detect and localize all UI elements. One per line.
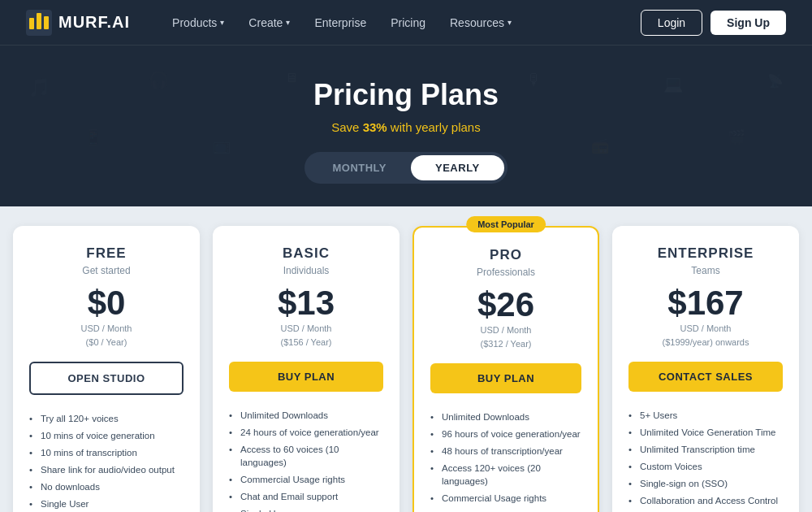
page-title: Pricing Plans (16, 78, 796, 112)
free-plan-subtitle: Get started (29, 265, 184, 276)
list-item: Access 120+ voices (20 languages) (430, 459, 581, 489)
list-item: 48 hours of transcription/year (430, 442, 581, 459)
list-item: Recorded voice editing (430, 507, 581, 512)
list-item: Chat and Email support (229, 488, 383, 505)
basic-plan-features: Unlimited Downloads 24 hours of voice ge… (229, 406, 383, 512)
list-item: No downloads (29, 478, 184, 495)
list-item: 24 hours of voice generation/year (229, 423, 383, 440)
enterprise-plan-period: USD / Month ($1999/year) onwards (628, 322, 783, 349)
yearly-toggle[interactable]: YEARLY (411, 155, 504, 180)
free-plan-price: $0 (29, 286, 184, 320)
list-item: Dedicated Account Representative (628, 510, 783, 512)
nav-actions: Login Sign Up (641, 10, 786, 36)
pro-plan-name: PRO (430, 247, 581, 263)
list-item: Collaboration and Access Control (628, 492, 783, 509)
hero-content: Pricing Plans Save 33% with yearly plans… (16, 78, 796, 184)
svg-rect-1 (29, 18, 34, 29)
list-item: 5+ Users (628, 406, 783, 423)
list-item: Custom Voices (628, 458, 783, 475)
list-item: Commercial Usage rights (229, 471, 383, 488)
most-popular-badge: Most Popular (466, 216, 546, 232)
nav-products[interactable]: Products ▾ (162, 11, 234, 34)
free-plan-features: Try all 120+ voices 10 mins of voice gen… (29, 410, 184, 512)
monthly-toggle[interactable]: MONTHLY (308, 155, 411, 180)
pro-plan-subtitle: Professionals (430, 267, 581, 278)
list-item: 10 mins of voice generation (29, 427, 184, 444)
list-item: Single User (29, 495, 184, 512)
free-plan-name: FREE (29, 245, 184, 262)
nav-pricing[interactable]: Pricing (381, 11, 435, 34)
list-item: Single-sign on (SSO) (628, 475, 783, 492)
resources-chevron-icon: ▾ (508, 18, 512, 27)
pricing-section: FREE Get started $0 USD / Month ($0 / Ye… (0, 206, 812, 512)
hero-subtitle: Save 33% with yearly plans (16, 120, 796, 134)
billing-toggle: MONTHLY YEARLY (304, 152, 507, 184)
list-item: Unlimited Downloads (229, 406, 383, 423)
login-button[interactable]: Login (641, 10, 702, 36)
free-plan-cta[interactable]: OPEN STUDIO (29, 362, 184, 395)
list-item: Try all 120+ voices (29, 410, 184, 427)
svg-rect-3 (44, 16, 49, 29)
logo-text: MURF.AI (58, 13, 130, 32)
list-item: Unlimited Voice Generation Time (628, 423, 783, 440)
logo[interactable]: MURF.AI (26, 10, 130, 36)
pro-plan-features: Unlimited Downloads 96 hours of voice ge… (430, 408, 581, 512)
nav-enterprise[interactable]: Enterprise (304, 11, 376, 34)
signup-button[interactable]: Sign Up (710, 11, 786, 35)
free-plan-period: USD / Month ($0 / Year) (29, 322, 184, 349)
enterprise-plan-features: 5+ Users Unlimited Voice Generation Time… (628, 406, 783, 512)
list-item: Share link for audio/video output (29, 461, 184, 478)
list-item: Unlimited Downloads (430, 408, 581, 425)
list-item: 10 mins of transcription (29, 444, 184, 461)
navbar: MURF.AI Products ▾ Create ▾ Enterprise P… (0, 0, 812, 46)
enterprise-plan-price: $167 (628, 286, 783, 320)
list-item: 96 hours of voice generation/year (430, 425, 581, 442)
basic-plan-period: USD / Month ($156 / Year) (229, 322, 383, 349)
basic-plan-card: BASIC Individuals $13 USD / Month ($156 … (213, 226, 400, 512)
enterprise-plan-cta[interactable]: CONTACT SALES (628, 362, 783, 392)
products-chevron-icon: ▾ (220, 18, 224, 27)
pro-plan-cta[interactable]: BUY PLAN (430, 363, 581, 393)
enterprise-plan-card: ENTERPRISE Teams $167 USD / Month ($1999… (612, 226, 799, 512)
nav-create[interactable]: Create ▾ (239, 11, 300, 34)
basic-plan-price: $13 (229, 286, 383, 320)
enterprise-plan-subtitle: Teams (628, 265, 783, 276)
list-item: Unlimited Transcription time (628, 440, 783, 458)
cards-container: FREE Get started $0 USD / Month ($0 / Ye… (13, 226, 799, 512)
enterprise-plan-name: ENTERPRISE (628, 245, 783, 262)
svg-rect-2 (37, 13, 41, 29)
nav-resources[interactable]: Resources ▾ (440, 11, 521, 34)
free-plan-card: FREE Get started $0 USD / Month ($0 / Ye… (13, 226, 200, 512)
list-item: Single User (229, 505, 383, 512)
pro-plan-card: Most Popular PRO Professionals $26 USD /… (412, 226, 599, 512)
basic-plan-subtitle: Individuals (229, 265, 383, 276)
pro-plan-price: $26 (430, 288, 581, 322)
basic-plan-name: BASIC (229, 245, 383, 262)
basic-plan-cta[interactable]: BUY PLAN (229, 362, 383, 392)
pro-plan-period: USD / Month ($312 / Year) (430, 323, 581, 350)
list-item: Commercial Usage rights (430, 489, 581, 506)
logo-icon (26, 10, 52, 36)
hero-section: 🎵 📱 🎧 📺 🖥 🎙 📻 💻 🎬 📡 Pricing Plans Save 3… (0, 46, 812, 206)
create-chevron-icon: ▾ (286, 18, 290, 27)
list-item: Access to 60 voices (10 languages) (229, 440, 383, 471)
nav-links: Products ▾ Create ▾ Enterprise Pricing R… (162, 11, 641, 34)
